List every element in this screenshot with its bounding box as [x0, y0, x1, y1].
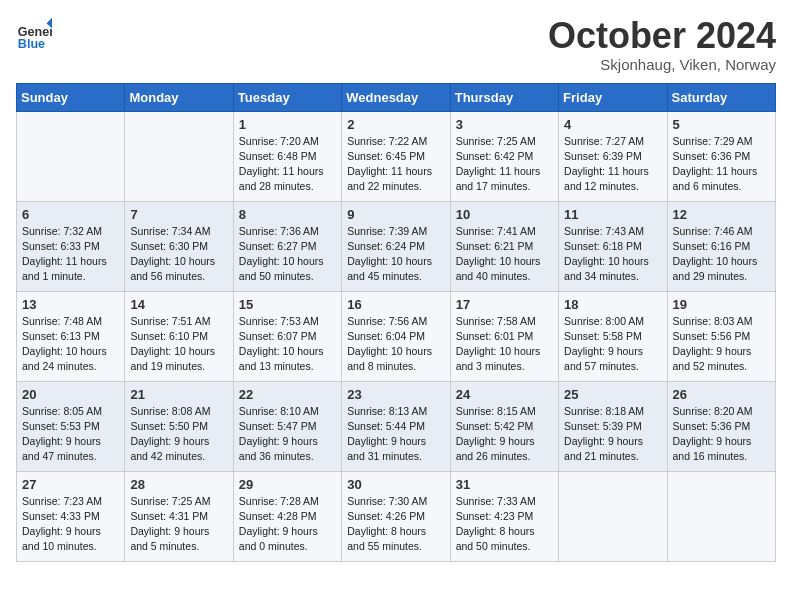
title-block: October 2024 Skjonhaug, Viken, Norway	[548, 16, 776, 73]
col-header-monday: Monday	[125, 83, 233, 111]
day-info: Sunrise: 7:48 AM Sunset: 6:13 PM Dayligh…	[22, 314, 119, 375]
svg-text:Blue: Blue	[18, 37, 45, 51]
calendar-table: SundayMondayTuesdayWednesdayThursdayFrid…	[16, 83, 776, 562]
day-info: Sunrise: 7:58 AM Sunset: 6:01 PM Dayligh…	[456, 314, 553, 375]
day-cell	[667, 471, 775, 561]
day-number: 5	[673, 117, 770, 132]
day-cell: 16Sunrise: 7:56 AM Sunset: 6:04 PM Dayli…	[342, 291, 450, 381]
day-number: 10	[456, 207, 553, 222]
day-number: 19	[673, 297, 770, 312]
logo: General Blue	[16, 16, 52, 52]
day-info: Sunrise: 8:05 AM Sunset: 5:53 PM Dayligh…	[22, 404, 119, 465]
day-info: Sunrise: 7:53 AM Sunset: 6:07 PM Dayligh…	[239, 314, 336, 375]
day-cell	[17, 111, 125, 201]
day-number: 9	[347, 207, 444, 222]
day-cell: 6Sunrise: 7:32 AM Sunset: 6:33 PM Daylig…	[17, 201, 125, 291]
day-cell: 13Sunrise: 7:48 AM Sunset: 6:13 PM Dayli…	[17, 291, 125, 381]
day-info: Sunrise: 7:27 AM Sunset: 6:39 PM Dayligh…	[564, 134, 661, 195]
page-header: General Blue October 2024 Skjonhaug, Vik…	[16, 16, 776, 73]
day-info: Sunrise: 7:51 AM Sunset: 6:10 PM Dayligh…	[130, 314, 227, 375]
day-cell: 17Sunrise: 7:58 AM Sunset: 6:01 PM Dayli…	[450, 291, 558, 381]
day-number: 15	[239, 297, 336, 312]
day-number: 26	[673, 387, 770, 402]
logo-icon: General Blue	[16, 16, 52, 52]
day-cell: 25Sunrise: 8:18 AM Sunset: 5:39 PM Dayli…	[559, 381, 667, 471]
day-cell: 23Sunrise: 8:13 AM Sunset: 5:44 PM Dayli…	[342, 381, 450, 471]
day-info: Sunrise: 7:34 AM Sunset: 6:30 PM Dayligh…	[130, 224, 227, 285]
day-info: Sunrise: 7:32 AM Sunset: 6:33 PM Dayligh…	[22, 224, 119, 285]
day-info: Sunrise: 8:13 AM Sunset: 5:44 PM Dayligh…	[347, 404, 444, 465]
week-row-3: 13Sunrise: 7:48 AM Sunset: 6:13 PM Dayli…	[17, 291, 776, 381]
month-title: October 2024	[548, 16, 776, 56]
col-header-friday: Friday	[559, 83, 667, 111]
day-info: Sunrise: 8:00 AM Sunset: 5:58 PM Dayligh…	[564, 314, 661, 375]
day-number: 3	[456, 117, 553, 132]
day-cell: 29Sunrise: 7:28 AM Sunset: 4:28 PM Dayli…	[233, 471, 341, 561]
day-number: 21	[130, 387, 227, 402]
day-cell: 1Sunrise: 7:20 AM Sunset: 6:48 PM Daylig…	[233, 111, 341, 201]
day-cell: 10Sunrise: 7:41 AM Sunset: 6:21 PM Dayli…	[450, 201, 558, 291]
day-cell: 7Sunrise: 7:34 AM Sunset: 6:30 PM Daylig…	[125, 201, 233, 291]
day-cell	[559, 471, 667, 561]
day-cell: 28Sunrise: 7:25 AM Sunset: 4:31 PM Dayli…	[125, 471, 233, 561]
day-info: Sunrise: 7:25 AM Sunset: 4:31 PM Dayligh…	[130, 494, 227, 555]
day-number: 20	[22, 387, 119, 402]
week-row-2: 6Sunrise: 7:32 AM Sunset: 6:33 PM Daylig…	[17, 201, 776, 291]
day-number: 18	[564, 297, 661, 312]
day-info: Sunrise: 7:30 AM Sunset: 4:26 PM Dayligh…	[347, 494, 444, 555]
day-number: 4	[564, 117, 661, 132]
day-cell: 21Sunrise: 8:08 AM Sunset: 5:50 PM Dayli…	[125, 381, 233, 471]
day-info: Sunrise: 8:10 AM Sunset: 5:47 PM Dayligh…	[239, 404, 336, 465]
day-info: Sunrise: 8:03 AM Sunset: 5:56 PM Dayligh…	[673, 314, 770, 375]
col-header-sunday: Sunday	[17, 83, 125, 111]
day-info: Sunrise: 7:41 AM Sunset: 6:21 PM Dayligh…	[456, 224, 553, 285]
day-number: 22	[239, 387, 336, 402]
day-number: 2	[347, 117, 444, 132]
day-info: Sunrise: 7:33 AM Sunset: 4:23 PM Dayligh…	[456, 494, 553, 555]
day-cell: 4Sunrise: 7:27 AM Sunset: 6:39 PM Daylig…	[559, 111, 667, 201]
day-cell: 24Sunrise: 8:15 AM Sunset: 5:42 PM Dayli…	[450, 381, 558, 471]
day-info: Sunrise: 7:39 AM Sunset: 6:24 PM Dayligh…	[347, 224, 444, 285]
day-number: 7	[130, 207, 227, 222]
day-number: 23	[347, 387, 444, 402]
day-info: Sunrise: 8:20 AM Sunset: 5:36 PM Dayligh…	[673, 404, 770, 465]
day-cell: 8Sunrise: 7:36 AM Sunset: 6:27 PM Daylig…	[233, 201, 341, 291]
day-info: Sunrise: 7:23 AM Sunset: 4:33 PM Dayligh…	[22, 494, 119, 555]
col-header-thursday: Thursday	[450, 83, 558, 111]
day-cell: 2Sunrise: 7:22 AM Sunset: 6:45 PM Daylig…	[342, 111, 450, 201]
week-row-4: 20Sunrise: 8:05 AM Sunset: 5:53 PM Dayli…	[17, 381, 776, 471]
calendar-body: 1Sunrise: 7:20 AM Sunset: 6:48 PM Daylig…	[17, 111, 776, 561]
week-row-1: 1Sunrise: 7:20 AM Sunset: 6:48 PM Daylig…	[17, 111, 776, 201]
day-info: Sunrise: 7:25 AM Sunset: 6:42 PM Dayligh…	[456, 134, 553, 195]
day-number: 30	[347, 477, 444, 492]
day-number: 11	[564, 207, 661, 222]
day-info: Sunrise: 7:43 AM Sunset: 6:18 PM Dayligh…	[564, 224, 661, 285]
day-number: 25	[564, 387, 661, 402]
day-number: 27	[22, 477, 119, 492]
day-number: 13	[22, 297, 119, 312]
day-cell: 5Sunrise: 7:29 AM Sunset: 6:36 PM Daylig…	[667, 111, 775, 201]
day-number: 1	[239, 117, 336, 132]
day-info: Sunrise: 7:28 AM Sunset: 4:28 PM Dayligh…	[239, 494, 336, 555]
week-row-5: 27Sunrise: 7:23 AM Sunset: 4:33 PM Dayli…	[17, 471, 776, 561]
day-number: 29	[239, 477, 336, 492]
day-number: 17	[456, 297, 553, 312]
day-cell: 15Sunrise: 7:53 AM Sunset: 6:07 PM Dayli…	[233, 291, 341, 381]
day-cell: 14Sunrise: 7:51 AM Sunset: 6:10 PM Dayli…	[125, 291, 233, 381]
day-cell: 26Sunrise: 8:20 AM Sunset: 5:36 PM Dayli…	[667, 381, 775, 471]
day-info: Sunrise: 8:15 AM Sunset: 5:42 PM Dayligh…	[456, 404, 553, 465]
day-cell: 19Sunrise: 8:03 AM Sunset: 5:56 PM Dayli…	[667, 291, 775, 381]
day-info: Sunrise: 7:20 AM Sunset: 6:48 PM Dayligh…	[239, 134, 336, 195]
day-cell: 22Sunrise: 8:10 AM Sunset: 5:47 PM Dayli…	[233, 381, 341, 471]
day-info: Sunrise: 8:18 AM Sunset: 5:39 PM Dayligh…	[564, 404, 661, 465]
day-number: 31	[456, 477, 553, 492]
location-subtitle: Skjonhaug, Viken, Norway	[548, 56, 776, 73]
day-number: 28	[130, 477, 227, 492]
day-number: 8	[239, 207, 336, 222]
day-info: Sunrise: 7:22 AM Sunset: 6:45 PM Dayligh…	[347, 134, 444, 195]
day-cell: 9Sunrise: 7:39 AM Sunset: 6:24 PM Daylig…	[342, 201, 450, 291]
day-cell: 11Sunrise: 7:43 AM Sunset: 6:18 PM Dayli…	[559, 201, 667, 291]
day-cell: 27Sunrise: 7:23 AM Sunset: 4:33 PM Dayli…	[17, 471, 125, 561]
day-number: 16	[347, 297, 444, 312]
day-cell: 20Sunrise: 8:05 AM Sunset: 5:53 PM Dayli…	[17, 381, 125, 471]
